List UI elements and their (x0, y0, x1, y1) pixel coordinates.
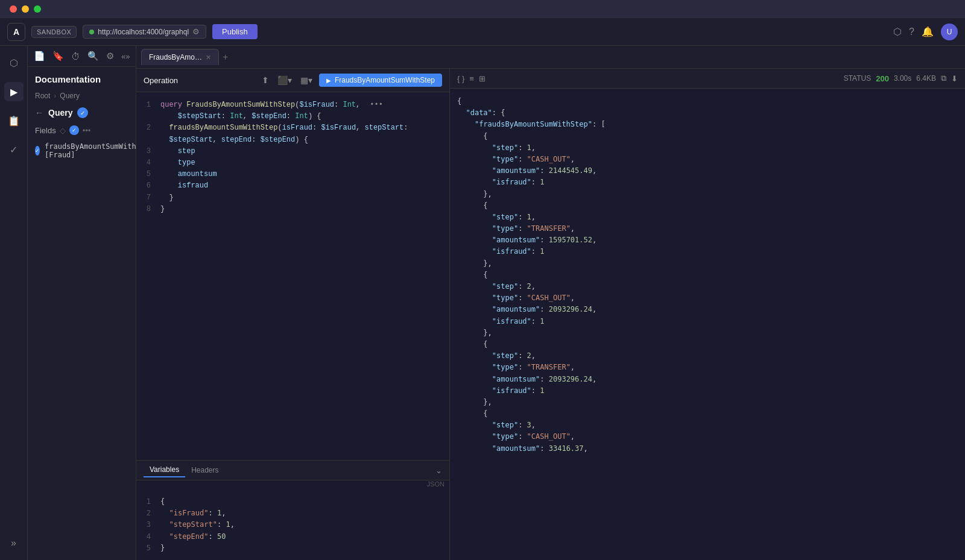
editor-container: Operation ⬆ ⬛▾ ▦▾ ▶ FraudsByAmountSumWit… (136, 69, 965, 560)
doc-panel: Documentation Root › Query ← Query ✓ Fie… (28, 67, 136, 560)
doc-panel-title: Documentation (35, 74, 128, 84)
code-editor[interactable]: 1 query FraudsByAmountSumWithStep($isFra… (136, 92, 449, 460)
tab-headers[interactable]: Headers (185, 464, 224, 477)
response-size: 6.4KB (916, 74, 936, 83)
sidebar-item-play[interactable]: ▶ (4, 82, 24, 101)
fields-check-badge: ✓ (69, 125, 79, 135)
view-icon[interactable]: ▦▾ (299, 74, 314, 87)
copy-response-icon[interactable]: ⧉ (941, 74, 946, 83)
traffic-light-yellow[interactable] (22, 5, 29, 13)
sidebar-item-check[interactable]: ✓ (4, 140, 24, 159)
var-collapse-icon[interactable]: ⌄ (435, 466, 442, 475)
field-checkbox[interactable]: ✓ (35, 146, 40, 156)
query-check-badge: ✓ (77, 107, 88, 118)
bookmark-icon[interactable]: 🔖 (52, 51, 64, 61)
query-type-name: Query (48, 108, 72, 118)
status-code: 200 (876, 74, 889, 83)
url-text: http://localhost:4000/graphql (98, 28, 189, 36)
run-button[interactable]: ▶ FraudsByAmountSumWithStep (319, 74, 442, 87)
fields-diamond-icon: ◇ (60, 126, 66, 135)
var-line-3: 3 "stepStart": 1, (141, 519, 445, 530)
top-toolbar-right: ⬡ ? 🔔 U (893, 24, 958, 40)
window-chrome (0, 0, 965, 18)
expand-icon[interactable]: ⬛▾ (276, 74, 294, 87)
code-more-icon[interactable]: ••• (370, 99, 383, 111)
back-button[interactable]: ← (35, 108, 43, 118)
graphql-url-bar[interactable]: http://localhost:4000/graphql ⚙ (83, 25, 206, 39)
fields-header: Fields ◇ ✓ ••• (35, 125, 128, 135)
doc-icon[interactable]: 📄 (34, 51, 45, 61)
tab-bar: FraudsByAmo… ✕ + (136, 46, 965, 69)
code-line-8: 8 } (141, 204, 445, 215)
operation-header: Operation ⬆ ⬛▾ ▦▾ ▶ FraudsByAmountSumWit… (136, 69, 449, 92)
json-label: JSON (136, 480, 449, 490)
settings-icon[interactable]: ⚙ (106, 51, 114, 61)
url-settings-icon[interactable]: ⚙ (192, 27, 200, 36)
secondary-toolbar-icons: 📄 🔖 ⏱ 🔍 ⚙ «» (28, 46, 136, 67)
connection-status-dot (89, 30, 94, 34)
share-icon[interactable]: ⬆ (260, 74, 271, 87)
run-button-label: FraudsByAmountSumWithStep (335, 76, 435, 84)
response-time: 3.00s (894, 74, 911, 83)
apollo-logo: A (7, 23, 25, 41)
var-line-5: 5 } (141, 543, 445, 554)
fields-more-icon[interactable]: ••• (83, 126, 91, 135)
variables-editor[interactable]: 1 { 2 "isFraud": 1, 3 "stepStart": 1, (136, 490, 449, 560)
code-line-4: 4 type (141, 157, 445, 169)
collapse-panel-btn[interactable]: «» (121, 52, 130, 61)
breadcrumb: Root › Query (35, 92, 128, 100)
code-line-3: 3 step (141, 146, 445, 157)
user-avatar[interactable]: U (941, 24, 958, 40)
secondary-panel: 📄 🔖 ⏱ 🔍 ⚙ «» Documentation Root › Query … (28, 46, 136, 560)
code-line-5: 5 amountsum (141, 169, 445, 180)
content-area: FraudsByAmo… ✕ + Operation ⬆ ⬛▾ ▦▾ ▶ Fra… (136, 46, 965, 560)
history-icon[interactable]: ⏱ (71, 51, 80, 61)
tab-fraudsbya[interactable]: FraudsByAmo… ✕ (141, 49, 219, 65)
response-format-icon[interactable]: { } (457, 74, 464, 83)
code-line-6: 6 isfraud (141, 180, 445, 192)
response-panel: { } ≡ ⊞ STATUS 200 3.00s 6.4KB ⧉ ⬇ { "da… (450, 69, 965, 560)
code-line-2: 2 fraudsByAmountSumWithStep(isFraud: $is… (141, 122, 445, 134)
variables-panel: Variables Headers ⌄ JSON 1 { 2 "isFraud"… (136, 460, 449, 560)
sidebar-item-collapse[interactable]: » (4, 533, 24, 553)
schema-icon[interactable]: ⬡ (893, 26, 902, 37)
icon-sidebar: ⬡ ▶ 📋 ✓ » (0, 46, 28, 560)
traffic-light-green[interactable] (34, 5, 41, 13)
response-header: { } ≡ ⊞ STATUS 200 3.00s 6.4KB ⧉ ⬇ (450, 69, 965, 89)
publish-button[interactable]: Publish (212, 24, 258, 39)
response-table-icon[interactable]: ⊞ (479, 74, 486, 83)
tab-close-icon[interactable]: ✕ (206, 54, 211, 61)
play-icon: ▶ (326, 77, 331, 84)
tab-add-button[interactable]: + (219, 52, 232, 63)
code-line-2b: $stepStart, stepEnd: $stepEnd) { (141, 134, 445, 146)
search-icon[interactable]: 🔍 (87, 51, 99, 61)
notifications-icon[interactable]: 🔔 (922, 26, 934, 37)
op-toolbar-right: ⬆ ⬛▾ ▦▾ ▶ FraudsByAmountSumWithStep (260, 74, 442, 87)
status-label: STATUS (844, 74, 872, 83)
code-line-1: 1 query FraudsByAmountSumWithStep($isFra… (141, 99, 445, 111)
sandbox-badge: SANDBOX (31, 26, 77, 38)
code-line-1b: $stepStart: Int, $stepEnd: Int) { (141, 111, 445, 122)
sidebar-item-docs[interactable]: 📋 (4, 111, 24, 130)
field-name-text: fraudsByAmountSumWithStep(…): [Fraud] (45, 142, 136, 159)
sidebar-item-nodes[interactable]: ⬡ (4, 53, 24, 72)
variables-tabs: Variables Headers ⌄ (136, 461, 449, 480)
field-item-fraud[interactable]: ✓ fraudsByAmountSumWithStep(…): [Fraud] (35, 140, 128, 162)
breadcrumb-query[interactable]: Query (60, 92, 80, 100)
traffic-light-red[interactable] (10, 5, 17, 13)
response-body: { "data": { "fraudsByAmountSumWithStep":… (450, 89, 965, 560)
help-icon[interactable]: ? (909, 27, 914, 37)
code-line-7: 7 } (141, 192, 445, 204)
response-align-icon[interactable]: ≡ (469, 74, 474, 83)
query-header: ← Query ✓ (35, 107, 128, 118)
main-layout: ⬡ ▶ 📋 ✓ » 📄 🔖 ⏱ 🔍 ⚙ «» Documentation Roo… (0, 46, 965, 560)
download-response-icon[interactable]: ⬇ (951, 74, 958, 83)
breadcrumb-root[interactable]: Root (35, 92, 50, 100)
top-toolbar: A SANDBOX http://localhost:4000/graphql … (0, 18, 965, 46)
tab-label: FraudsByAmo… (149, 53, 202, 61)
operation-title: Operation (144, 76, 178, 85)
var-line-4: 4 "stepEnd": 50 (141, 531, 445, 543)
tab-variables[interactable]: Variables (144, 463, 185, 477)
var-line-2: 2 "isFraud": 1, (141, 508, 445, 519)
var-line-1: 1 { (141, 496, 445, 508)
